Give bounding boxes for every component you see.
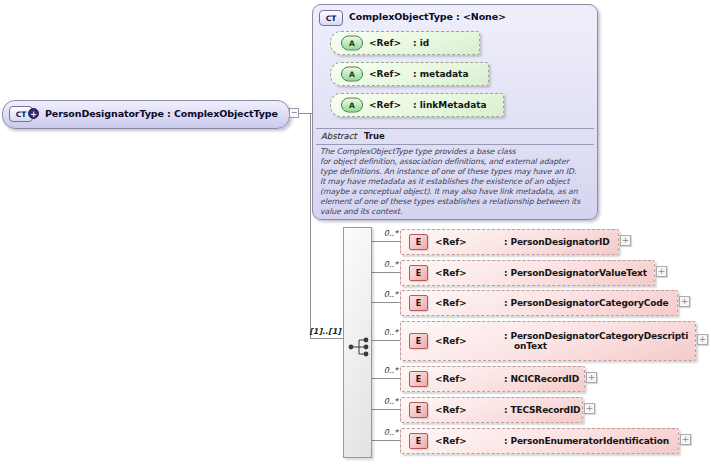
element-icon: E	[409, 433, 428, 449]
base-type-title: ComplexObjectType : <None>	[349, 11, 506, 22]
expand-handle[interactable]: +	[620, 235, 631, 246]
element-ref: <Ref>	[435, 298, 466, 308]
attribute-ref: <Ref>	[369, 100, 401, 110]
element-name: : PersonDesignatorValueText	[504, 268, 647, 278]
expand-handle[interactable]: +	[697, 334, 708, 345]
description-line: for object definition, association defin…	[320, 157, 594, 167]
description-line: The ComplexObjectType type provides a ba…	[320, 147, 594, 157]
sequence-cardinality: [1]..[1]	[300, 327, 341, 336]
element-name: : NCICRecordID	[504, 374, 579, 384]
complex-type-icon: CT +	[9, 106, 33, 122]
attribute-ref: <Ref>	[369, 38, 401, 48]
attribute-row-metadata[interactable]: A <Ref> : metadata	[330, 62, 489, 86]
attribute-icon: A	[341, 67, 363, 82]
element-name-wrap: onText	[504, 341, 688, 351]
ct-badge-label: CT	[16, 110, 27, 119]
connector-line	[372, 272, 400, 273]
element-name: : PersonDesignatorCategoryCode	[504, 298, 669, 308]
expand-handle[interactable]: +	[586, 372, 597, 383]
attribute-ref: <Ref>	[369, 69, 401, 79]
description-line: value and its context.	[320, 207, 594, 217]
element-ref: <Ref>	[435, 374, 466, 384]
attribute-name: : id	[413, 38, 429, 48]
description-line: type definitions. An instance of one of …	[320, 167, 594, 177]
element-ref: <Ref>	[435, 405, 466, 415]
element-row[interactable]: E <Ref> : NCICRecordID	[400, 366, 585, 392]
attribute-icon: A	[341, 36, 363, 51]
attribute-name: : metadata	[413, 69, 468, 79]
root-type-box[interactable]: CT + PersonDesignatorType : ComplexObjec…	[2, 100, 290, 129]
description-line: (maybe a conceptual object). It may also…	[320, 187, 594, 197]
derived-plus-icon: +	[28, 108, 39, 119]
xsd-schema-diagram: CT + PersonDesignatorType : ComplexObjec…	[0, 0, 711, 464]
element-row[interactable]: E <Ref> : PersonDesignatorCategoryDescri…	[400, 321, 696, 361]
element-icon: E	[409, 371, 428, 387]
attribute-name: : linkMetadata	[413, 100, 487, 110]
separator	[316, 128, 594, 129]
expand-handle[interactable]: +	[656, 266, 667, 277]
connector-line	[372, 378, 400, 379]
element-ref: <Ref>	[435, 436, 466, 446]
element-icon: E	[409, 234, 428, 250]
element-ref: <Ref>	[435, 268, 466, 278]
attribute-row-id[interactable]: A <Ref> : id	[330, 31, 480, 55]
element-icon: E	[409, 402, 428, 418]
description-line: It may have metadata as it establishes t…	[320, 177, 594, 187]
connector-line	[372, 340, 400, 341]
type-description: The ComplexObjectType type provides a ba…	[320, 147, 594, 217]
element-icon: E	[409, 333, 428, 349]
connector-line	[310, 113, 311, 338]
element-name: : PersonDesignatorID	[504, 237, 610, 247]
root-type-title: PersonDesignatorType : ComplexObjectType	[45, 108, 278, 119]
element-row[interactable]: E <Ref> : TECSRecordID	[400, 397, 583, 423]
element-icon: E	[409, 265, 428, 281]
attribute-icon: A	[341, 98, 363, 113]
connector-line	[372, 241, 400, 242]
ct-badge-label: CT	[326, 14, 337, 23]
collapse-handle[interactable]: −	[289, 108, 299, 118]
connector-line	[310, 338, 343, 339]
element-row[interactable]: E <Ref> : PersonDesignatorCategoryCode	[400, 290, 678, 316]
element-ref: <Ref>	[435, 336, 466, 346]
expand-handle[interactable]: +	[584, 403, 595, 414]
complex-type-icon: CT	[319, 10, 343, 26]
element-ref: <Ref>	[435, 237, 466, 247]
element-icon: E	[409, 295, 428, 311]
element-row[interactable]: E <Ref> : PersonDesignatorID	[400, 229, 619, 255]
element-row[interactable]: E <Ref> : PersonDesignatorValueText	[400, 260, 655, 286]
separator	[316, 144, 594, 145]
element-name: : PersonDesignatorCategoryDescripti	[504, 331, 688, 341]
connector-line	[372, 409, 400, 410]
expand-handle[interactable]: +	[680, 434, 691, 445]
description-line: element of one of these types establishe…	[320, 197, 594, 207]
element-name: : PersonEnumeratorIdentification	[504, 436, 669, 446]
connector-line	[372, 440, 400, 441]
element-name: : TECSRecordID	[504, 405, 580, 415]
abstract-label: Abstract	[321, 131, 357, 141]
attribute-row-linkMetadata[interactable]: A <Ref> : linkMetadata	[330, 93, 504, 117]
sequence-icon	[347, 336, 371, 358]
expand-handle[interactable]: +	[679, 296, 690, 307]
abstract-value: True	[364, 131, 385, 141]
element-row[interactable]: E <Ref> : PersonEnumeratorIdentification	[400, 428, 679, 454]
connector-line	[372, 302, 400, 303]
